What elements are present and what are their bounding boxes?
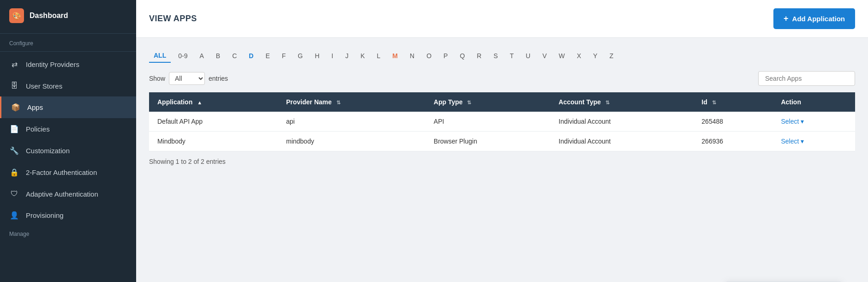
cell-application: Default API App [149, 112, 278, 132]
alpha-btn-c[interactable]: C [227, 49, 241, 62]
add-application-label: Add Application [792, 15, 845, 23]
showing-text: Showing 1 to 2 of 2 entries [149, 158, 855, 165]
sidebar: 🎨 Dashboard Configure ⇄ Identity Provide… [0, 0, 136, 282]
sidebar-item-customization[interactable]: 🔧 Customization [0, 140, 136, 162]
search-input[interactable] [758, 71, 855, 86]
alpha-btn-o[interactable]: O [422, 49, 436, 62]
entries-select[interactable]: All 10 25 50 100 [169, 72, 205, 85]
alpha-btn-s[interactable]: S [489, 49, 502, 62]
table-wrapper: Application ▲ Provider Name ⇅ App Type ⇅ [149, 92, 855, 151]
sidebar-item-adaptive-auth[interactable]: 🛡 Adaptive Authentication [0, 183, 136, 204]
col-action: Action [772, 92, 855, 112]
dashboard-icon: 🎨 [9, 8, 24, 23]
provisioning-icon: 👤 [9, 211, 19, 220]
alpha-btn-v[interactable]: V [538, 49, 551, 62]
cell-action: Select ▾ [772, 132, 855, 151]
sort-icon-apptype: ⇅ [467, 100, 471, 105]
table-header-row: Application ▲ Provider Name ⇅ App Type ⇅ [149, 92, 855, 112]
policies-icon: 📄 [9, 125, 19, 133]
col-account-type: Account Type ⇅ [551, 92, 694, 112]
apps-table: Application ▲ Provider Name ⇅ App Type ⇅ [149, 92, 855, 151]
alpha-btn-y[interactable]: Y [588, 49, 602, 62]
cell-provider: mindbody [278, 132, 425, 151]
alpha-btn-r[interactable]: R [472, 49, 486, 62]
user-stores-icon: 🗄 [9, 82, 19, 90]
cell-apptype: API [425, 112, 551, 132]
alpha-btn-h[interactable]: H [310, 49, 324, 62]
alpha-btn-n[interactable]: N [405, 49, 419, 62]
col-app-type: App Type ⇅ [425, 92, 551, 112]
2fa-icon: 🔒 [9, 168, 19, 177]
alpha-btn-g[interactable]: G [293, 49, 307, 62]
sidebar-item-policies[interactable]: 📄 Policies [0, 118, 136, 140]
customization-icon: 🔧 [9, 146, 19, 155]
cell-application: Mindbody [149, 132, 278, 151]
alpha-btn-09[interactable]: 0-9 [174, 49, 192, 62]
alpha-btn-b[interactable]: B [211, 49, 225, 62]
identity-providers-icon: ⇄ [9, 60, 19, 69]
alpha-btn-all[interactable]: ALL [149, 49, 171, 63]
col-id-label: Id [701, 98, 707, 106]
alpha-btn-d[interactable]: D [244, 49, 258, 62]
alpha-filter: ALL 0-9 A B C D E F G H I J K L M N O P … [149, 49, 855, 63]
select-button-row2[interactable]: Select ▾ [781, 138, 847, 145]
col-apptype-label: App Type [434, 98, 463, 106]
alpha-btn-p[interactable]: P [439, 49, 452, 62]
sidebar-item-label: User Stores [26, 82, 62, 90]
cell-id: 265488 [693, 112, 772, 132]
alpha-btn-k[interactable]: K [356, 49, 369, 62]
page-title: VIEW APPS [149, 14, 197, 24]
alpha-btn-e[interactable]: E [261, 49, 274, 62]
sidebar-item-label: Provisioning [26, 211, 64, 219]
alpha-btn-q[interactable]: Q [455, 49, 469, 62]
table-row: Mindbody mindbody Browser Plugin Individ… [149, 132, 855, 151]
alpha-btn-l[interactable]: L [372, 49, 385, 62]
select-button-row1[interactable]: Select ▾ [781, 118, 847, 125]
sidebar-item-identity-providers[interactable]: ⇄ Identity Providers [0, 54, 136, 75]
sidebar-title: Dashboard [30, 12, 68, 20]
table-row: Default API App api API Individual Accou… [149, 112, 855, 132]
sort-up-icon: ▲ [197, 100, 202, 105]
col-provider-label: Provider Name [286, 98, 332, 106]
sidebar-item-apps[interactable]: 📦 Apps [0, 96, 136, 118]
sidebar-divider-1 [0, 33, 136, 34]
alpha-btn-w[interactable]: W [554, 49, 569, 62]
alpha-btn-u[interactable]: U [521, 49, 535, 62]
cell-accounttype: Individual Account [551, 112, 694, 132]
alpha-btn-t[interactable]: T [505, 49, 519, 62]
cell-provider: api [278, 112, 425, 132]
main-body: ALL 0-9 A B C D E F G H I J K L M N O P … [136, 38, 868, 282]
adaptive-auth-icon: 🛡 [9, 190, 19, 198]
sidebar-item-provisioning[interactable]: 👤 Provisioning [0, 204, 136, 226]
sort-icon-id: ⇅ [712, 100, 716, 105]
sidebar-header: 🎨 Dashboard [0, 0, 136, 31]
cell-apptype: Browser Plugin [425, 132, 551, 151]
sidebar-divider-2 [0, 51, 136, 52]
alpha-btn-x[interactable]: X [572, 49, 586, 62]
cell-accounttype: Individual Account [551, 132, 694, 151]
alpha-btn-j[interactable]: J [341, 49, 353, 62]
main-header: VIEW APPS + Add Application [136, 0, 868, 38]
entries-label: entries [209, 75, 228, 82]
alpha-btn-m[interactable]: M [388, 49, 402, 62]
alpha-btn-a[interactable]: A [195, 49, 208, 62]
add-application-button[interactable]: + Add Application [773, 8, 855, 29]
sort-icon-provider: ⇅ [336, 100, 341, 105]
sidebar-item-label: 2-Factor Authentication [26, 168, 97, 176]
sidebar-item-label: Apps [27, 103, 43, 111]
alpha-btn-z[interactable]: Z [605, 49, 618, 62]
col-application-label: Application [157, 98, 192, 106]
show-label: Show [149, 75, 165, 82]
col-id: Id ⇅ [693, 92, 772, 112]
cell-id: 266936 [693, 132, 772, 151]
alpha-btn-f[interactable]: F [277, 49, 291, 62]
alpha-btn-i[interactable]: I [327, 49, 338, 62]
sidebar-item-2fa[interactable]: 🔒 2-Factor Authentication [0, 162, 136, 183]
sidebar-item-user-stores[interactable]: 🗄 User Stores [0, 75, 136, 96]
col-provider-name: Provider Name ⇅ [278, 92, 425, 112]
controls-row: Show All 10 25 50 100 entries [149, 71, 855, 86]
show-entries: Show All 10 25 50 100 entries [149, 72, 228, 85]
sidebar-item-label: Customization [26, 147, 70, 155]
sort-icon-accounttype: ⇅ [605, 100, 610, 105]
main-content: VIEW APPS + Add Application ALL 0-9 A B … [136, 0, 868, 282]
